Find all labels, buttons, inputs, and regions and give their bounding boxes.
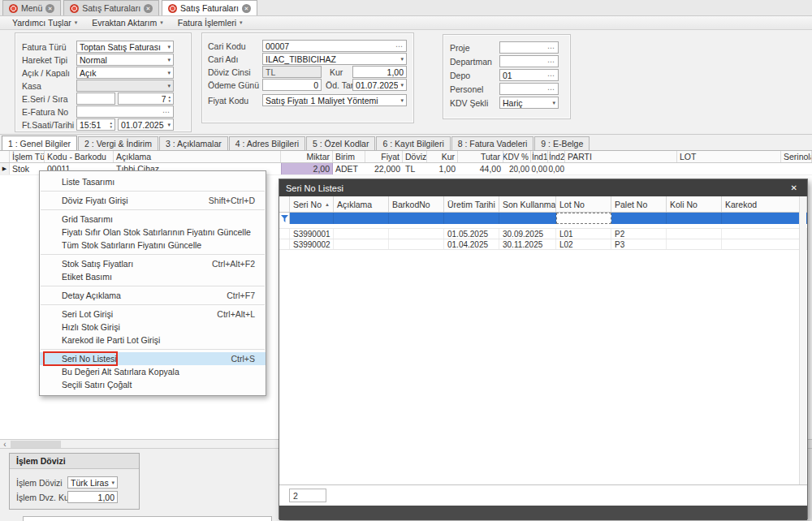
col-miktar[interactable]: Miktar (281, 151, 333, 162)
tab-label: Satış Faturaları (180, 3, 239, 13)
dialog-vertical-scrollbar[interactable] (799, 196, 806, 484)
menu-item-stok-satis-fiyatlari[interactable]: Stok Satış FiyatlarıCtrl+Alt+F2 (40, 257, 266, 270)
scroll-left-icon[interactable]: ‹ (0, 441, 10, 449)
cari-adi-label: Cari Adı (208, 54, 238, 64)
saat-spinner[interactable]: 15:51▴▾ (76, 118, 115, 131)
tab-fatura-vadeleri[interactable]: 8 : Fatura Vadeleri (451, 136, 534, 150)
col-ind2[interactable]: İnd2 (548, 151, 565, 162)
record-count-box[interactable]: 2 (289, 489, 326, 502)
col-fiyat[interactable]: Fiyat (365, 151, 403, 162)
tab-satis-faturalari-2-active[interactable]: Satış Faturaları ✕ (162, 0, 257, 15)
tab-adres-bilgileri[interactable]: 4 : Adres Bilgileri (229, 136, 305, 150)
col-karekod[interactable]: Karekod (722, 196, 807, 212)
sira-spinner[interactable]: 7▴▾ (118, 93, 174, 105)
menu-item-karekod-parti-lot[interactable]: Karekod ile Parti Lot Girişi (40, 334, 266, 347)
ellipsis-icon[interactable]: ⋯ (547, 71, 555, 80)
col-son-kullanma-tarihi[interactable]: Son Kullanma Tarihi (499, 196, 556, 212)
col-aciklama[interactable]: Açıklama (334, 196, 389, 212)
menu-item-secili-satiri-cogalt[interactable]: Seçili Satırı Çoğalt (40, 378, 266, 391)
menu-item-etiket-basimi[interactable]: Etiket Basımı (40, 270, 266, 283)
tab-genel-bilgiler[interactable]: 1 : Genel Bilgiler (2, 136, 77, 150)
islem-dovizi-combo[interactable]: Türk Lirası▾ (67, 476, 118, 489)
spinner-arrows-icon[interactable]: ▴▾ (168, 95, 171, 102)
tab-close-icon[interactable]: ✕ (45, 4, 54, 13)
col-islem-turu[interactable]: İşlem Türü (10, 151, 45, 162)
islem-dvz-kuru-input[interactable]: 1,00 (67, 491, 118, 503)
doviz-cinsi-input[interactable]: TL (262, 66, 322, 78)
col-palet-no[interactable]: Palet No (611, 196, 667, 212)
col-tutar[interactable]: Tutar (458, 151, 503, 162)
personel-input[interactable]: ⋯ (499, 83, 559, 95)
kdv-sekli-combo[interactable]: Hariç▾ (499, 97, 559, 109)
col-barkodno[interactable]: BarkodNo (389, 196, 444, 212)
ellipsis-icon[interactable]: ⋯ (547, 44, 555, 52)
tab-close-icon[interactable]: ✕ (144, 4, 153, 13)
depo-input[interactable]: 01⋯ (499, 69, 559, 81)
col-seri-no[interactable]: Seri No▲ (290, 196, 334, 212)
tab-label: Satış Faturaları (82, 3, 140, 13)
serial-row[interactable]: S3990001 01.05.2025 30.09.2025 L01 P2 (279, 229, 807, 239)
col-parti[interactable]: PARTI (565, 151, 677, 162)
tab-menu[interactable]: Menü ✕ (2, 0, 61, 15)
ellipsis-icon[interactable]: ⋯ (547, 85, 555, 93)
col-lot-no[interactable]: Lot No (556, 196, 611, 212)
efatura-no-input[interactable]: ⋯ (76, 105, 174, 118)
ellipsis-icon[interactable]: ⋯ (547, 58, 555, 66)
serial-row[interactable]: S3990002 01.04.2025 30.11.2025 L02 P3 (279, 239, 807, 250)
fiyat-kodu-combo[interactable]: Satış Fiyatı 1 Maliyet Yöntemi▾ (262, 94, 407, 106)
col-kodu-barkodu[interactable]: Kodu - Barkodu (45, 151, 114, 162)
menu-item-seri-no-listesi[interactable]: Seri No ListesiCtrl+S (40, 352, 266, 365)
col-doviz[interactable]: Döviz (403, 151, 427, 162)
hareket-tipi-combo[interactable]: Normal▾ (76, 54, 174, 66)
tab-ozel-kodlar[interactable]: 5 : Özel Kodlar (306, 136, 375, 150)
tab-kayit-bilgileri[interactable]: 6 : Kayıt Bilgileri (376, 136, 450, 150)
od-tarihi-combo[interactable]: 01.07.2025▾ (352, 79, 407, 91)
tab-aciklamalar[interactable]: 3 : Açıklamalar (159, 136, 228, 150)
ellipsis-icon[interactable]: ⋯ (395, 42, 404, 50)
fatura-turu-combo[interactable]: Toptan Satış Faturası▾ (76, 41, 174, 53)
menu-item-detay-aciklama[interactable]: Detay AçıklamaCtrl+F7 (40, 289, 266, 302)
menu-item-doviz-fiyati-girisi[interactable]: Döviz Fiyatı GirişiShift+Ctrl+D (40, 194, 266, 207)
kur-input[interactable]: 1,00 (352, 66, 407, 78)
col-koli-no[interactable]: Koli No (667, 196, 722, 212)
cari-adi-combo[interactable]: ILAC_TIBBICIHAZ▾ (262, 53, 407, 65)
acik-kapali-combo[interactable]: Açık▾ (76, 67, 174, 79)
cari-kodu-input[interactable]: 00007⋯ (262, 40, 407, 52)
menu-item-hizli-stok-girisi[interactable]: Hızlı Stok Girişi (40, 321, 266, 334)
ellipsis-icon[interactable]: ⋯ (162, 108, 171, 116)
menu-item-seri-lot-girisi[interactable]: Seri Lot GirişiCtrl+Alt+L (40, 308, 266, 321)
menu-item-liste-tasarimi[interactable]: Liste Tasarımı (40, 175, 266, 188)
dialog-close-icon[interactable]: ✕ (788, 183, 801, 192)
departman-input[interactable]: ⋯ (499, 55, 559, 67)
col-aciklama[interactable]: Açıklama (114, 151, 281, 162)
spinner-arrows-icon[interactable]: ▴▾ (110, 121, 112, 128)
menu-item-alt-satirlara-kopyala[interactable]: Bu Değeri Alt Satırlara Kopyala (40, 365, 266, 378)
menu-item-grid-tasarimi[interactable]: Grid Tasarımı (40, 213, 266, 226)
col-kdv[interactable]: KDV % (503, 151, 531, 162)
odeme-gunu-input[interactable]: 0 (262, 79, 322, 91)
col-kur[interactable]: Kur (427, 151, 458, 162)
tab-satis-faturalari-1[interactable]: Satış Faturaları ✕ (63, 0, 159, 15)
col-ind1[interactable]: İnd1 (531, 151, 548, 162)
menu-item-tum-stok-guncelle[interactable]: Tüm Stok Satırların Fiyatını Güncelle (40, 239, 266, 252)
menu-yardimci-tuslar[interactable]: Yardımcı Tuşlar ▾ (5, 18, 84, 28)
col-lot[interactable]: LOT (677, 151, 781, 162)
eseri-input[interactable] (76, 93, 115, 105)
dialog-filter-row[interactable] (279, 213, 807, 224)
col-birim[interactable]: Birim (333, 151, 365, 162)
menu-item-fiyati-sifir-guncelle[interactable]: Fiyatı Sıfır Olan Stok Satırlarının Fiya… (40, 226, 266, 239)
tab-close-icon[interactable]: ✕ (242, 4, 251, 13)
col-serinolar[interactable]: Serinolar (781, 151, 812, 162)
miktar-cell[interactable]: 2,00 (281, 163, 333, 174)
tarih-combo[interactable]: 01.07.2025▾ (118, 118, 174, 131)
proje-input[interactable]: ⋯ (499, 41, 559, 54)
dialog-titlebar[interactable]: Seri No Listesi ✕ (279, 179, 807, 196)
scrollbar-thumb[interactable] (11, 441, 61, 448)
menu-fatura-islemleri[interactable]: Fatura İşlemleri ▾ (171, 18, 250, 28)
col-uretim-tarihi[interactable]: Üretim Tarihi (444, 196, 499, 212)
tab-e-belge[interactable]: 9 : E-Belge (534, 136, 590, 150)
tab-vergi-indirim[interactable]: 2 : Vergi & İndirim (78, 136, 158, 150)
filter-edit-cell[interactable] (556, 213, 611, 224)
menu-evraktan-aktarim[interactable]: Evraktan Aktarım ▾ (84, 18, 170, 28)
kasa-combo[interactable]: ▾ (76, 80, 174, 92)
